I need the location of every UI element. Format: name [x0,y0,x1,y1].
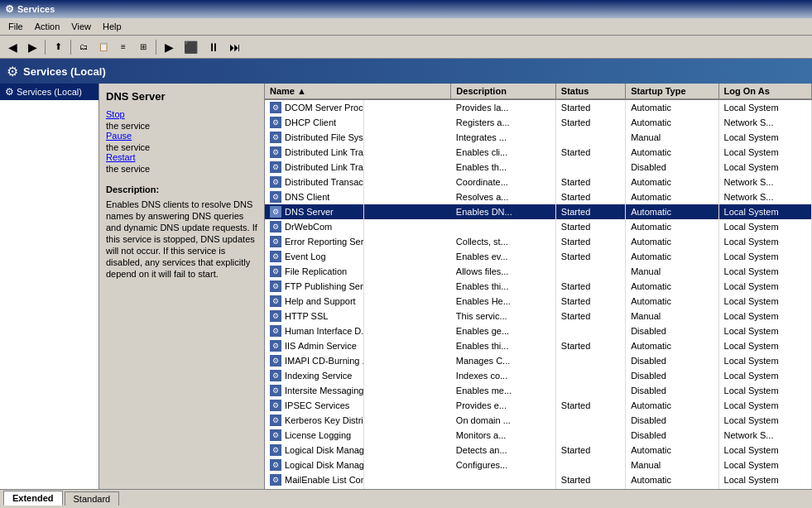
col-description[interactable]: Description [451,84,555,99]
cell-startup-type: Disabled [626,353,718,368]
detail-description: Description: Enables DNS clients to reso… [106,184,257,280]
skip-button[interactable]: ⏭ [225,38,245,56]
service-name-text: Human Interface D... [285,326,364,336]
table-row[interactable]: ⚙Distributed Link Tra...Enables th...Dis… [265,160,812,175]
menu-help[interactable]: Help [98,20,127,33]
cell-name: ⚙Distributed Link Tra... [265,145,364,160]
menu-file[interactable]: File [3,20,28,33]
table-row[interactable]: ⚙DNS ServerEnables DN...StartedAutomatic… [265,204,812,219]
service-name-text: IPSEC Services [285,400,349,410]
service-icon: ⚙ [270,176,281,188]
table-row[interactable]: ⚙Error Reporting Ser...Collects, st...St… [265,234,812,249]
service-icon: ⚙ [270,340,281,352]
cell-name: ⚙MailEnable List Con... [265,472,364,487]
table-row[interactable]: ⚙Distributed Transac...Coordinate...Star… [265,175,812,189]
table-row[interactable]: ⚙FTP Publishing ServiceEnables thi...Sta… [265,279,812,294]
table-row[interactable]: ⚙Distributed Link Tra...Enables cli...St… [265,145,812,160]
table-row[interactable]: ⚙Intersite MessagingEnables me...Disable… [265,383,812,398]
pause-button[interactable]: ⏸ [204,38,223,56]
table-row[interactable]: ⚙MailEnable List Con...StartedAutomaticL… [265,472,812,487]
cell-status: Started [555,175,625,189]
cell-status: Started [555,189,625,204]
cell-status [555,413,625,428]
cell-startup-type: Automatic [626,249,718,264]
col-status[interactable]: Status [555,84,625,99]
col-startup-type[interactable]: Startup Type [626,84,718,99]
cell-description: Provides e... [451,398,555,413]
toolbar: ◀ ▶ ⬆ 🗂 📋 ≡ ⊞ ▶ ⬛ ⏸ ⏭ [0,36,812,59]
cell-description [451,472,555,487]
stop-button[interactable]: ⬛ [180,38,202,56]
list-button[interactable]: ≡ [114,38,132,56]
up-button[interactable]: ⬆ [49,38,67,56]
cell-status [555,458,625,472]
detail-button[interactable]: ⊞ [134,38,152,56]
services-scroll[interactable]: Name ▲ Description Status Startup Type L… [265,84,812,489]
service-name-text: DrWebCom [285,222,332,232]
table-row[interactable]: ⚙Logical Disk ManagerDetects an...Starte… [265,443,812,458]
table-row[interactable]: ⚙IPSEC ServicesProvides e...StartedAutom… [265,398,812,413]
cell-startup-type: Automatic [626,99,718,115]
forward-button[interactable]: ▶ [23,38,41,56]
service-name-text: IIS Admin Service [285,341,357,351]
service-icon: ⚙ [270,236,281,247]
table-row[interactable]: ⚙IIS Admin ServiceEnables thi...StartedA… [265,338,812,353]
tab-extended[interactable]: Extended [3,491,63,506]
service-name-text: Indexing Service [285,371,352,381]
restart-service-link[interactable]: Restart [106,152,257,162]
cell-description: Provides la... [451,99,555,115]
cell-status [555,264,625,279]
table-row[interactable]: ⚙DrWebComStartedAutomaticLocal System [265,219,812,234]
service-icon: ⚙ [270,161,281,173]
cell-startup-type: Automatic [626,234,718,249]
cell-description: Coordinate... [451,175,555,189]
service-icon: ⚙ [270,325,281,337]
table-row[interactable]: ⚙DHCP ClientRegisters a...StartedAutomat… [265,115,812,130]
cell-startup-type: Automatic [626,219,718,234]
cell-startup-type: Automatic [626,189,718,204]
main-container: ⚙ Services (Local) ⚙ Services (Local) DN… [0,59,812,507]
cell-status: Started [555,219,625,234]
cell-startup-type: Automatic [626,175,718,189]
table-row[interactable]: ⚙Help and SupportEnables He...StartedAut… [265,294,812,309]
cell-description: Monitors a... [451,428,555,443]
menu-view[interactable]: View [66,20,96,33]
table-row[interactable]: ⚙Human Interface D...Enables ge...Disabl… [265,323,812,338]
play-button[interactable]: ▶ [160,38,178,56]
table-row[interactable]: ⚙Distributed File Sys...Integrates ...Ma… [265,130,812,145]
header-icon: ⚙ [7,64,18,79]
table-row[interactable]: ⚙License LoggingMonitors a...DisabledNet… [265,428,812,443]
table-row[interactable]: ⚙Indexing ServiceIndexes co...DisabledLo… [265,368,812,383]
service-name-text: Help and Support [285,296,356,306]
table-row[interactable]: ⚙File ReplicationAllows files...ManualLo… [265,264,812,279]
show-hide-button[interactable]: 🗂 [74,38,93,56]
col-log-on-as[interactable]: Log On As [718,84,811,99]
detail-panel: DNS Server Stop the service Pause the se… [99,84,265,489]
tab-standard[interactable]: Standard [65,491,120,506]
menu-action[interactable]: Action [30,20,65,33]
table-row[interactable]: ⚙Event LogEnables ev...StartedAutomaticL… [265,249,812,264]
table-row[interactable]: ⚙Kerberos Key Distri...On domain ...Disa… [265,413,812,428]
tree-button[interactable]: 📋 [94,38,113,56]
service-icon: ⚙ [270,102,281,113]
service-icon: ⚙ [270,355,281,367]
col-name[interactable]: Name ▲ [265,84,451,99]
cell-status: Started [555,99,625,115]
service-name-text: FTP Publishing Service [285,281,364,291]
left-panel: ⚙ Services (Local) [0,84,99,489]
pause-service-link[interactable]: Pause [106,131,257,141]
cell-name: ⚙Logical Disk Manag... [265,458,364,472]
cell-status: Started [555,234,625,249]
service-icon: ⚙ [270,310,281,322]
sidebar-item-services-local[interactable]: ⚙ Services (Local) [0,84,98,100]
back-button[interactable]: ◀ [3,38,22,56]
stop-service-link[interactable]: Stop [106,109,257,119]
table-row[interactable]: ⚙DCOM Server Proc...Provides la...Starte… [265,99,812,115]
sidebar-item-label: Services (Local) [17,87,82,97]
table-row[interactable]: ⚙Logical Disk Manag...Configures...Manua… [265,458,812,472]
cell-status: Started [555,472,625,487]
table-row[interactable]: ⚙DNS ClientResolves a...StartedAutomatic… [265,189,812,204]
table-row[interactable]: ⚙IMAPI CD-Burning ...Manages C...Disable… [265,353,812,368]
cell-description: Configures... [451,458,555,472]
table-row[interactable]: ⚙HTTP SSLThis servic...StartedManualLoca… [265,309,812,323]
